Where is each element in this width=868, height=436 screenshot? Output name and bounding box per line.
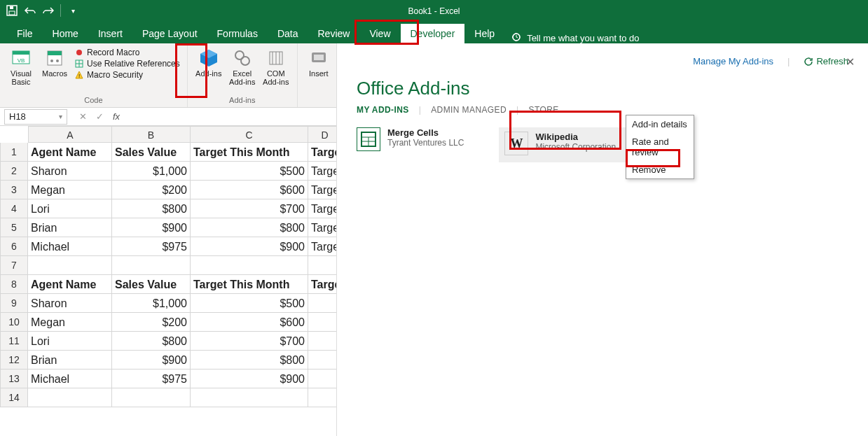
tab-developer[interactable]: Developer <box>401 24 465 43</box>
cell[interactable]: $900 <box>112 218 191 237</box>
row-header[interactable]: 10 <box>0 313 28 332</box>
cell[interactable]: $800 <box>191 218 308 237</box>
cell[interactable]: $200 <box>112 313 191 332</box>
cell[interactable]: Sharon <box>28 294 112 313</box>
cell[interactable]: $800 <box>112 332 191 351</box>
row-header[interactable]: 5 <box>0 218 28 237</box>
row-header[interactable]: 9 <box>0 294 28 313</box>
menu-addin-details[interactable]: Add-in details <box>626 115 694 133</box>
pane-tab-store[interactable]: STORE <box>529 105 559 115</box>
cell[interactable]: Sharon <box>28 162 112 181</box>
cell[interactable]: Lori <box>28 199 112 218</box>
macro-security-button[interactable]: !Macro Security <box>74 70 180 80</box>
record-macro-button[interactable]: Record Macro <box>74 48 180 57</box>
row-header[interactable]: 1 <box>0 143 28 162</box>
cell[interactable]: Megan <box>28 181 112 199</box>
row-header[interactable]: 12 <box>0 351 28 370</box>
undo-icon[interactable] <box>24 4 36 17</box>
cell[interactable]: $1,000 <box>112 294 191 313</box>
row-header[interactable]: 7 <box>0 256 28 275</box>
enter-icon[interactable]: ✓ <box>91 111 108 122</box>
tab-formulas[interactable]: Formulas <box>207 24 268 43</box>
cell[interactable]: $975 <box>112 237 191 256</box>
cell[interactable]: Megan <box>28 313 112 332</box>
save-icon[interactable] <box>6 4 18 17</box>
name-box[interactable]: H18▾ <box>4 109 67 125</box>
pane-tab-my-addins[interactable]: MY ADD-INS <box>357 105 409 115</box>
refresh-button[interactable]: Refresh <box>804 56 848 66</box>
addin-wikipedia[interactable]: W Wikipedia Microsoft Corporation <box>499 127 626 162</box>
col-header-c[interactable]: C <box>191 126 308 143</box>
row-header[interactable]: 14 <box>0 388 28 407</box>
tab-review[interactable]: Review <box>308 24 360 43</box>
svg-rect-1 <box>9 11 15 15</box>
use-relative-refs-button[interactable]: Use Relative References <box>74 59 180 69</box>
cell[interactable]: $1,000 <box>112 162 191 181</box>
visual-basic-button[interactable]: VB Visual Basic <box>4 45 38 89</box>
cell[interactable]: Target This Month <box>191 143 308 162</box>
tab-view[interactable]: View <box>359 24 400 43</box>
cell[interactable]: Brian <box>28 351 112 370</box>
customize-qat-icon[interactable]: ▾ <box>67 4 79 17</box>
cell[interactable]: $900 <box>191 237 308 256</box>
addins-button[interactable]: Add-ins <box>192 45 226 81</box>
tab-home[interactable]: Home <box>43 24 88 43</box>
row-header[interactable]: 11 <box>0 332 28 351</box>
tab-page-layout[interactable]: Page Layout <box>132 24 207 43</box>
cell[interactable] <box>112 388 191 407</box>
cell[interactable]: $900 <box>112 351 191 370</box>
cell[interactable]: $600 <box>191 313 308 332</box>
cell[interactable]: Target This Month <box>191 275 308 294</box>
row-header[interactable]: 13 <box>0 370 28 388</box>
cell[interactable]: $700 <box>191 332 308 351</box>
addin-merge-cells[interactable]: Merge Cells Tyrant Ventures LLC <box>357 127 464 162</box>
tab-help[interactable]: Help <box>464 24 504 43</box>
tell-me-search[interactable]: Tell me what you want to do <box>511 32 639 43</box>
cell[interactable]: Sales Value <box>112 275 191 294</box>
macros-button[interactable]: Macros <box>38 45 71 81</box>
cell[interactable] <box>28 388 112 407</box>
col-header-b[interactable]: B <box>112 126 191 143</box>
row-header[interactable]: 3 <box>0 181 28 199</box>
cell[interactable]: Agent Name <box>28 143 112 162</box>
cell[interactable] <box>28 256 112 275</box>
cell[interactable]: $700 <box>191 199 308 218</box>
cell[interactable]: Agent Name <box>28 275 112 294</box>
menu-remove[interactable]: Remove <box>626 161 694 178</box>
cell[interactable]: $800 <box>191 351 308 370</box>
row-header[interactable]: 8 <box>0 275 28 294</box>
cell[interactable]: $500 <box>191 162 308 181</box>
cell[interactable]: Michael <box>28 237 112 256</box>
cell[interactable]: Sales Value <box>112 143 191 162</box>
formula-input[interactable] <box>125 111 335 122</box>
cell[interactable]: Lori <box>28 332 112 351</box>
pane-tab-admin[interactable]: ADMIN MANAGED <box>431 105 507 115</box>
cell[interactable] <box>191 388 308 407</box>
tab-file[interactable]: File <box>7 24 43 43</box>
redo-icon[interactable] <box>42 4 55 17</box>
cell[interactable]: Michael <box>28 370 112 388</box>
cell[interactable]: $500 <box>191 294 308 313</box>
excel-addins-button[interactable]: Excel Add-ins <box>226 45 259 89</box>
cell[interactable] <box>112 256 191 275</box>
manage-addins-link[interactable]: Manage My Add-ins <box>693 56 773 66</box>
col-header-a[interactable]: A <box>28 126 112 143</box>
insert-control-button[interactable]: Insert <box>302 45 336 81</box>
cell[interactable]: Brian <box>28 218 112 237</box>
tab-data[interactable]: Data <box>268 24 308 43</box>
cell[interactable]: $900 <box>191 370 308 388</box>
cancel-icon[interactable]: ✕ <box>74 111 91 122</box>
tab-insert[interactable]: Insert <box>88 24 132 43</box>
cell[interactable]: $600 <box>191 181 308 199</box>
menu-rate-and-review[interactable]: Rate and review <box>626 133 694 161</box>
cell[interactable]: $975 <box>112 370 191 388</box>
row-header[interactable]: 4 <box>0 199 28 218</box>
row-header[interactable]: 2 <box>0 162 28 181</box>
close-icon[interactable]: ✕ <box>843 55 857 69</box>
cell[interactable] <box>191 256 308 275</box>
cell[interactable]: $800 <box>112 199 191 218</box>
com-addins-button[interactable]: COM Add-ins <box>259 45 293 89</box>
cell[interactable]: $200 <box>112 181 191 199</box>
row-header[interactable]: 6 <box>0 237 28 256</box>
fx-icon[interactable]: fx <box>108 111 125 122</box>
